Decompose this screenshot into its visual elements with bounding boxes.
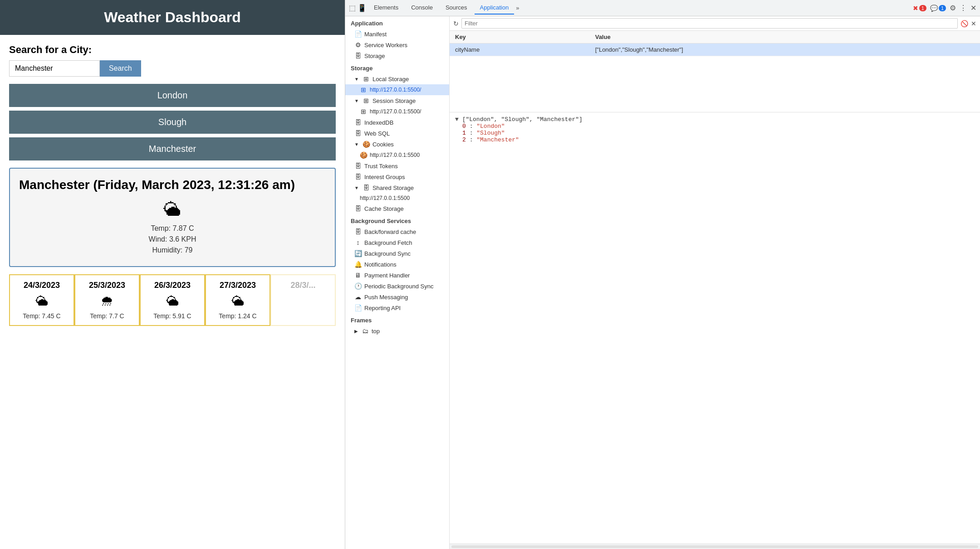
entry-index-0: 0 <box>462 123 466 130</box>
sidebar-item-session-storage-url[interactable]: ⊞ http://127.0.0.1:5500/ <box>345 106 449 117</box>
sidebar-item-local-storage[interactable]: ▼ ⊞ Local Storage <box>345 73 449 84</box>
shared-storage-url-label: http://127.0.0.1:5500 <box>360 195 410 201</box>
search-button[interactable]: Search <box>100 60 141 77</box>
bottom-scrollbar[interactable] <box>450 544 980 549</box>
sidebar-item-interest-groups[interactable]: 🗄 Interest Groups <box>345 171 449 182</box>
console-array-root: ▼ ["London", "Slough", "Manchester"] <box>455 116 975 123</box>
cookies-url-icon: 🍪 <box>360 151 367 159</box>
sidebar-item-cookies[interactable]: ▼ 🍪 Cookies <box>345 139 449 150</box>
forecast-icon-0: 🌥 <box>14 294 70 309</box>
sidebar-item-trust-tokens[interactable]: 🗄 Trust Tokens <box>345 160 449 171</box>
sidebar-item-shared-storage[interactable]: ▼ 🗄 Shared Storage <box>345 182 449 193</box>
devtools-main: ↻ 🚫 ✕ Key Value cityName <box>450 16 980 549</box>
sidebar-section-background: Background Services <box>345 214 449 226</box>
filter-bar: ↻ 🚫 ✕ <box>450 16 980 31</box>
reporting-api-label: Reporting API <box>364 305 401 311</box>
forecast-date-3: 27/3/2023 <box>210 281 266 290</box>
refresh-icon[interactable]: ↻ <box>453 20 459 27</box>
close-icon[interactable]: ✕ <box>970 4 976 12</box>
table-row[interactable]: cityName ["London","Slough","Manchester"… <box>450 44 980 56</box>
search-input[interactable] <box>9 60 100 77</box>
manifest-label: Manifest <box>364 31 387 38</box>
city-button-manchester[interactable]: Manchester <box>9 137 336 160</box>
sidebar-item-bg-sync[interactable]: 🔄 Background Sync <box>345 248 449 259</box>
entry-index-2: 2 <box>462 136 466 143</box>
sidebar-item-cookies-url[interactable]: 🍪 http://127.0.0.1:5500 <box>345 150 449 160</box>
shared-storage-icon: 🗄 <box>363 184 370 191</box>
cookies-label: Cookies <box>372 141 394 148</box>
sidebar-item-payment-handler[interactable]: 🖥 Payment Handler <box>345 270 449 281</box>
forecast-card-4: 28/3/... <box>270 274 336 326</box>
weather-title: Weather Dashboard <box>0 0 345 35</box>
filter-input[interactable] <box>461 18 958 29</box>
sidebar-item-indexeddb[interactable]: 🗄 IndexedDB <box>345 117 449 128</box>
session-storage-icon: ⊞ <box>363 97 370 104</box>
sidebar-item-periodic-bg-sync[interactable]: 🕐 Periodic Background Sync <box>345 281 449 292</box>
settings-icon[interactable]: ⚙ <box>950 4 956 12</box>
sidebar-item-shared-storage-url[interactable]: http://127.0.0.1:5500 <box>345 193 449 203</box>
tab-sources[interactable]: Sources <box>440 1 473 15</box>
filter-clear-icon[interactable]: 🚫 <box>960 20 968 27</box>
sidebar-item-notifications[interactable]: 🔔 Notifications <box>345 259 449 270</box>
local-storage-icon: ⊞ <box>363 75 370 83</box>
forecast-date-0: 24/3/2023 <box>14 281 70 290</box>
payment-handler-label: Payment Handler <box>364 272 410 279</box>
indexeddb-icon: 🗄 <box>354 119 362 126</box>
sidebar-item-local-storage-url[interactable]: ⊞ http://127.0.0.1:5500/ <box>345 84 449 95</box>
top-frame-icon: 🗂 <box>362 327 369 335</box>
sidebar-item-service-workers[interactable]: ⚙ Service Workers <box>345 39 449 50</box>
more-tabs-icon[interactable]: » <box>516 5 519 11</box>
tab-console[interactable]: Console <box>406 1 438 15</box>
forecast-icon-1: 🌨 <box>79 294 135 309</box>
city-button-london[interactable]: London <box>9 84 336 107</box>
forecast-temp-1: Temp: 7.7 C <box>79 312 135 320</box>
device-icon[interactable]: 📱 <box>358 4 367 12</box>
sidebar-item-back-forward[interactable]: 🗄 Back/forward cache <box>345 226 449 237</box>
sidebar-item-websql[interactable]: 🗄 Web SQL <box>345 128 449 139</box>
top-frame-label: top <box>372 328 380 335</box>
sidebar-item-storage[interactable]: 🗄 Storage <box>345 50 449 61</box>
console-entry-0: 0 : "London" <box>462 123 975 130</box>
cookies-url-label: http://127.0.0.1:5500 <box>370 152 420 158</box>
tab-elements[interactable]: Elements <box>368 1 404 15</box>
current-weather-title: Manchester (Friday, March 2023, 12:31:26… <box>19 178 326 192</box>
local-storage-toggle: ▼ <box>354 77 359 82</box>
sidebar-item-reporting-api[interactable]: 📄 Reporting API <box>345 302 449 313</box>
forecast-date-1: 25/3/2023 <box>79 281 135 290</box>
inspect-icon[interactable]: ⬚ <box>349 4 356 12</box>
forecast-card-1: 25/3/2023 🌨 Temp: 7.7 C <box>74 274 140 326</box>
sidebar-item-push-messaging[interactable]: ☁ Push Messaging <box>345 292 449 302</box>
forecast-temp-2: Temp: 5.91 C <box>144 312 201 320</box>
interest-groups-icon: 🗄 <box>354 173 362 180</box>
storage-table-section: Key Value cityName ["London","Slough","M… <box>450 31 980 112</box>
top-frame-toggle: ▶ <box>354 329 358 334</box>
current-temp: Temp: 7.87 C <box>19 224 326 233</box>
row-value: ["London","Slough","Manchester"] <box>590 44 980 56</box>
city-button-slough[interactable]: Slough <box>9 111 336 134</box>
tab-application[interactable]: Application <box>475 1 514 15</box>
sidebar-item-bg-fetch[interactable]: ↕ Background Fetch <box>345 237 449 248</box>
periodic-bg-sync-label: Periodic Background Sync <box>364 283 433 290</box>
local-storage-url-icon: ⊞ <box>360 86 367 93</box>
cookies-toggle: ▼ <box>354 142 359 147</box>
sidebar-item-manifest[interactable]: 📄 Manifest <box>345 29 449 39</box>
bg-sync-label: Background Sync <box>364 250 411 257</box>
current-humidity: Humidity: 79 <box>19 246 326 254</box>
filter-close-icon[interactable]: ✕ <box>971 20 976 27</box>
array-expand-icon[interactable]: ▼ <box>455 116 459 123</box>
indexeddb-label: IndexedDB <box>364 119 393 126</box>
sidebar-item-cache-storage[interactable]: 🗄 Cache Storage <box>345 203 449 214</box>
sidebar-item-session-storage[interactable]: ▼ ⊞ Session Storage <box>345 95 449 106</box>
entry-colon-2: : <box>470 136 477 143</box>
current-wind: Wind: 3.6 KPH <box>19 235 326 243</box>
session-storage-toggle: ▼ <box>354 98 359 103</box>
sidebar-item-top-frame[interactable]: ▶ 🗂 top <box>345 326 449 336</box>
array-label: ["London", "Slough", "Manchester"] <box>462 116 583 123</box>
forecast-card-2: 26/3/2023 🌥 Temp: 5.91 C <box>140 274 205 326</box>
trust-tokens-label: Trust Tokens <box>364 163 398 170</box>
scrollbar-track[interactable] <box>451 545 978 548</box>
forecast-date-2: 26/3/2023 <box>144 281 201 290</box>
payment-handler-icon: 🖥 <box>354 272 362 279</box>
entry-colon-1: : <box>470 130 477 136</box>
more-options-icon[interactable]: ⋮ <box>960 4 967 12</box>
